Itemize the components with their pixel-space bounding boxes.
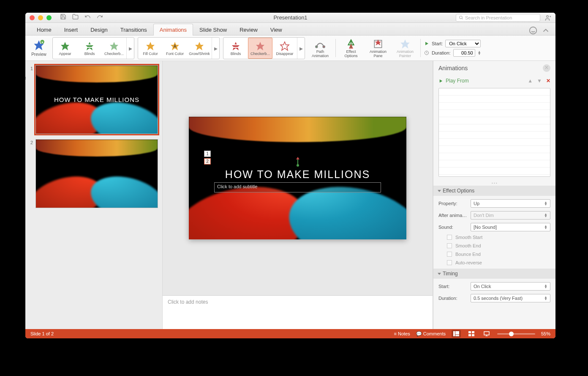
close-pane-icon[interactable]: × <box>543 64 550 72</box>
svg-marker-33 <box>440 79 442 82</box>
effect-options-section[interactable]: Effect Options <box>433 186 555 196</box>
zoom-window-icon[interactable] <box>46 15 52 20</box>
preview-button[interactable]: Preview <box>29 37 49 59</box>
svg-point-20 <box>316 46 317 47</box>
emphasis-grow-shrink[interactable]: Grow/Shrink <box>187 38 212 59</box>
search-input[interactable]: Search in Presentation <box>456 14 540 22</box>
svg-marker-28 <box>425 42 428 45</box>
quick-access-toolbar <box>60 14 103 22</box>
slide-thumbnail-2[interactable] <box>35 139 158 208</box>
exit-disappear[interactable]: Disappear <box>272 38 297 59</box>
svg-marker-19 <box>280 42 289 50</box>
stepper-icon[interactable]: ▲▼ <box>478 51 481 55</box>
app-window: Presentation1 Search in Presentation Hom… <box>25 13 555 338</box>
slide-subtitle-placeholder[interactable]: Click to add subtitle <box>214 182 381 192</box>
animation-tag-1[interactable]: 1 <box>204 151 211 157</box>
timing-section[interactable]: Timing <box>433 269 555 279</box>
tab-design[interactable]: Design <box>84 24 114 36</box>
timing-duration-select[interactable]: 0.5 seconds (Very Fast)▲▼ <box>471 294 550 302</box>
timing-start-select[interactable]: On Click▲▼ <box>471 282 550 291</box>
exit-blinds[interactable]: Blinds <box>223 38 248 59</box>
feedback-icon[interactable] <box>528 26 538 35</box>
duration-input[interactable] <box>453 49 475 57</box>
resize-handle-icon[interactable]: • • • <box>433 180 555 186</box>
save-icon[interactable] <box>60 14 66 22</box>
move-down-icon[interactable]: ▼ <box>537 78 542 84</box>
emphasis-fill-color[interactable]: Fill Color <box>138 38 163 59</box>
titlebar: Presentation1 Search in Presentation <box>25 13 555 23</box>
start-select[interactable]: On Click <box>445 40 481 47</box>
sorter-view-icon[interactable] <box>467 330 476 338</box>
tab-transitions[interactable]: Transitions <box>114 24 153 36</box>
share-icon[interactable] <box>544 14 551 22</box>
duration-label: Duration: <box>432 50 451 55</box>
effect-options-button[interactable]: Effect Options <box>339 37 363 59</box>
zoom-level[interactable]: 55% <box>541 331 550 336</box>
svg-point-0 <box>460 16 462 19</box>
emphasis-more[interactable]: ▸ <box>212 38 219 59</box>
entrance-gallery: Appear Blinds Checkerb... ▸ <box>52 37 134 59</box>
slide-thumbnail-1[interactable]: HOW TO MAKE MILLIONS <box>35 65 158 134</box>
tab-view[interactable]: View <box>264 24 289 36</box>
undo-icon[interactable] <box>84 14 91 22</box>
tab-home[interactable]: Home <box>30 24 58 36</box>
exit-more[interactable]: ▸ <box>297 38 305 59</box>
entrance-appear[interactable]: Appear <box>53 38 77 59</box>
animations-pane: Animations × Play From ▲ ▼ ✕ • • • Effec… <box>433 61 555 329</box>
open-icon[interactable] <box>72 14 79 22</box>
comments-toggle[interactable]: 💬 Comments <box>416 331 446 337</box>
slideshow-view-icon[interactable] <box>482 330 491 338</box>
search-placeholder: Search in Presentation <box>465 15 512 20</box>
emphasis-font-color[interactable]: AFont Color <box>163 38 187 59</box>
animation-list[interactable] <box>438 88 550 177</box>
redo-icon[interactable] <box>97 14 103 22</box>
smooth-end-checkbox[interactable]: Smooth End <box>438 243 550 248</box>
sound-select[interactable]: [No Sound]▲▼ <box>471 223 550 231</box>
animation-painter-button[interactable]: Animation Painter <box>393 37 417 59</box>
thumb-number: 2 <box>28 139 33 145</box>
timing-start-label: Start: <box>438 284 467 289</box>
smooth-start-checkbox[interactable]: Smooth Start <box>438 235 550 240</box>
svg-marker-14 <box>195 42 204 50</box>
svg-rect-38 <box>472 331 474 333</box>
svg-rect-39 <box>468 334 471 336</box>
tab-insert[interactable]: Insert <box>58 24 84 36</box>
entrance-blinds[interactable]: Blinds <box>77 38 102 59</box>
animation-star-icon: ✱ <box>25 75 26 81</box>
svg-marker-7 <box>85 42 94 50</box>
svg-point-1 <box>547 15 549 17</box>
tab-animations[interactable]: Animations <box>153 24 193 36</box>
sound-label: Sound: <box>438 225 467 230</box>
zoom-slider[interactable] <box>497 333 535 335</box>
animation-pane-button[interactable]: Animation Pane <box>366 37 390 59</box>
entrance-more[interactable]: ▸ <box>126 38 134 59</box>
exit-checkerboard[interactable]: Checkerb... <box>248 38 272 59</box>
slide-thumbnails: 1 ✱ HOW TO MAKE MILLIONS 2 <box>25 61 163 329</box>
thumb-title: HOW TO MAKE MILLIONS <box>36 96 158 103</box>
svg-marker-6 <box>61 42 69 50</box>
notes-toggle[interactable]: ≡ Notes <box>394 331 410 336</box>
slide-canvas[interactable]: 1 2 HOW TO MAKE MILLIONS Click to add su… <box>163 61 433 295</box>
animation-tag-2[interactable]: 2 <box>204 158 211 165</box>
svg-marker-10 <box>110 42 118 50</box>
notes-area[interactable]: Click to add notes <box>163 295 433 329</box>
tab-slide-show[interactable]: Slide Show <box>193 24 233 36</box>
property-select[interactable]: Up▲▼ <box>471 199 550 208</box>
bounce-end-checkbox[interactable]: Bounce End <box>438 252 550 257</box>
slide-title[interactable]: HOW TO MAKE MILLIONS <box>189 168 406 181</box>
entrance-checkerboard[interactable]: Checkerb... <box>102 38 126 59</box>
zoom-knob[interactable] <box>509 332 514 336</box>
move-up-icon[interactable]: ▲ <box>528 78 533 84</box>
play-from-button[interactable]: Play From ▲ ▼ ✕ <box>433 75 555 86</box>
auto-reverse-checkbox[interactable]: Auto-reverse <box>438 260 550 265</box>
svg-point-21 <box>323 46 325 47</box>
normal-view-icon[interactable] <box>452 330 461 338</box>
collapse-ribbon-icon[interactable] <box>541 26 550 35</box>
close-window-icon[interactable] <box>30 15 35 20</box>
minimize-window-icon[interactable] <box>38 15 43 20</box>
svg-rect-36 <box>455 335 459 336</box>
animation-tags: 1 2 <box>204 151 211 165</box>
tab-review[interactable]: Review <box>233 24 264 36</box>
delete-icon[interactable]: ✕ <box>546 78 550 84</box>
path-animation-button[interactable]: Path Animation <box>308 37 332 59</box>
